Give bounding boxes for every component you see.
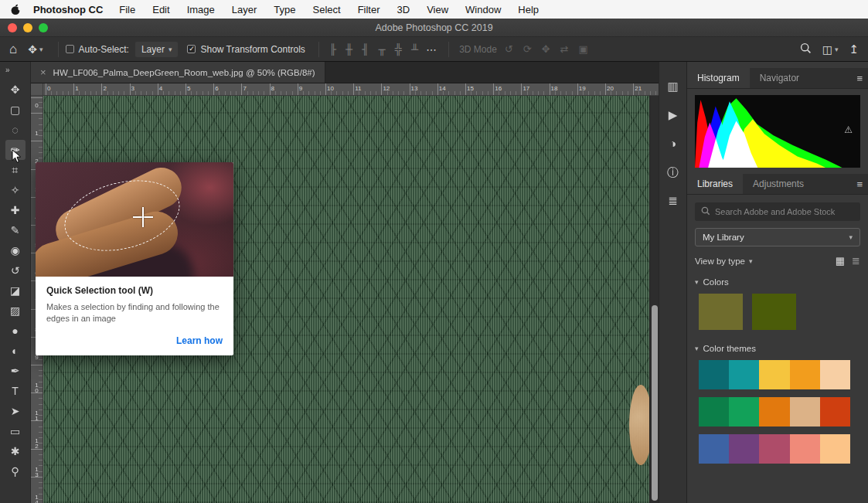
lasso-tool[interactable]: ◌ xyxy=(5,120,26,140)
dodge-tool[interactable]: ◐ xyxy=(5,341,26,361)
libraries-search-input[interactable]: Search Adobe and Adobe Stock xyxy=(695,202,860,221)
current-tool-preset[interactable]: ✥ ▾ xyxy=(28,43,43,56)
color-theme-swatch[interactable] xyxy=(759,397,789,427)
align-vertical-center-icon[interactable]: ╬ xyxy=(395,43,402,55)
color-theme-swatch[interactable] xyxy=(820,397,850,427)
workspace-switcher[interactable]: ◫ ▾ xyxy=(822,43,839,56)
3d-orbit-icon: ↺ xyxy=(505,43,513,55)
zoom-tool[interactable]: ⚲ xyxy=(5,461,26,481)
minimize-window-button[interactable] xyxy=(23,23,32,32)
gradient-tool[interactable]: ▨ xyxy=(5,301,26,321)
menu-select[interactable]: Select xyxy=(304,4,349,15)
3d-zoom-icon: ▣ xyxy=(579,43,588,55)
document-tab[interactable]: × HW_LF006_Palma_DeepGreen_Room_web.jpg … xyxy=(31,62,325,83)
color-theme-swatch[interactable] xyxy=(820,434,850,464)
home-icon[interactable]: ⌂ xyxy=(9,42,17,57)
align-left-icon[interactable]: ╟ xyxy=(329,43,336,55)
tool-list: ✥▢◌✏⌗✧✚✎◉↺◪▨●◐✒T➤▭✱⚲ xyxy=(0,77,30,481)
hand-tool[interactable]: ✱ xyxy=(5,441,26,461)
rectangle-tool[interactable]: ▭ xyxy=(5,421,26,441)
clone-stamp-tool[interactable]: ◉ xyxy=(5,240,26,260)
path-selection-tool[interactable]: ➤ xyxy=(5,401,26,421)
menu-window[interactable]: Window xyxy=(457,4,509,15)
eraser-tool[interactable]: ◪ xyxy=(5,280,26,301)
menu-image[interactable]: Image xyxy=(179,4,223,15)
align-top-icon[interactable]: ╥ xyxy=(379,43,386,55)
list-view-icon[interactable]: ≣ xyxy=(852,255,860,267)
zoom-window-button[interactable] xyxy=(39,23,48,32)
menu-edit[interactable]: Edit xyxy=(144,4,178,15)
vertical-scrollbar[interactable] xyxy=(649,96,659,503)
colors-section-header[interactable]: ▾ Colors xyxy=(695,277,860,287)
align-horizontal-center-icon[interactable]: ╫ xyxy=(345,43,352,55)
brush-tool[interactable]: ✎ xyxy=(5,220,26,240)
menu-type[interactable]: Type xyxy=(265,4,304,15)
close-window-button[interactable] xyxy=(8,23,17,32)
menu-filter[interactable]: Filter xyxy=(349,4,389,15)
auto-select-label: Auto-Select: xyxy=(79,44,129,55)
tab-navigator[interactable]: Navigator xyxy=(750,68,809,88)
share-icon[interactable]: ↥ xyxy=(849,42,859,56)
close-icon[interactable]: × xyxy=(40,66,46,78)
warning-icon[interactable]: ⚠ xyxy=(844,124,853,135)
eyedropper-tool[interactable]: ✧ xyxy=(5,180,26,200)
more-options-icon[interactable]: ⋯ xyxy=(426,43,437,56)
color-theme-swatch[interactable] xyxy=(759,434,789,464)
menu-file[interactable]: File xyxy=(111,4,144,15)
color-theme-swatch[interactable] xyxy=(729,360,759,389)
apple-menu-icon[interactable] xyxy=(11,4,21,15)
app-menu-photoshop[interactable]: Photoshop CC xyxy=(26,4,111,15)
tooltip-body: Quick Selection tool (W) Makes a selecti… xyxy=(36,277,233,355)
panel-menu-icon[interactable]: ≡ xyxy=(856,178,863,190)
properties-panel-icon[interactable]: ▥ xyxy=(667,80,678,93)
tab-libraries[interactable]: Libraries xyxy=(687,174,743,194)
color-theme-swatch[interactable] xyxy=(699,397,729,427)
color-theme-swatch[interactable] xyxy=(820,360,850,389)
align-bottom-icon[interactable]: ╨ xyxy=(411,43,418,55)
search-icon[interactable] xyxy=(800,42,812,56)
move-tool[interactable]: ✥ xyxy=(5,80,26,100)
chevron-down-icon: ▾ xyxy=(749,257,753,265)
color-theme-swatch[interactable] xyxy=(790,360,820,389)
grid-view-icon[interactable]: ▦ xyxy=(836,255,845,267)
ruler-number: 1 0 xyxy=(31,382,43,393)
auto-select-target-dropdown[interactable]: Layer ▾ xyxy=(135,42,179,57)
library-select-dropdown[interactable]: My Library ▾ xyxy=(695,228,860,246)
adjustments-panel-icon[interactable]: ◑ xyxy=(669,138,676,150)
tab-adjustments[interactable]: Adjustments xyxy=(743,174,814,194)
color-theme-swatch[interactable] xyxy=(790,434,820,464)
color-swatch[interactable] xyxy=(699,294,743,330)
menu-3d[interactable]: 3D xyxy=(389,4,419,15)
view-by-label[interactable]: View by type xyxy=(695,257,745,266)
history-brush-tool[interactable]: ↺ xyxy=(5,260,26,280)
rectangular-marquee-tool[interactable]: ▢ xyxy=(5,100,26,120)
color-theme-swatch[interactable] xyxy=(699,434,729,464)
ruler-origin[interactable] xyxy=(31,83,43,96)
collapse-tools-icon[interactable]: » xyxy=(0,62,30,77)
menu-layer[interactable]: Layer xyxy=(223,4,266,15)
color-theme-swatch[interactable] xyxy=(790,397,820,427)
type-tool[interactable]: T xyxy=(5,381,26,401)
menu-help[interactable]: Help xyxy=(509,4,547,15)
color-theme-swatch[interactable] xyxy=(729,434,759,464)
tab-histogram[interactable]: Histogram xyxy=(687,68,750,88)
window-controls xyxy=(8,23,48,32)
learn-how-link[interactable]: Learn how xyxy=(46,335,223,346)
actions-play-icon[interactable]: ▶ xyxy=(669,109,678,121)
panel-menu-icon[interactable]: ≡ xyxy=(856,73,863,84)
show-transform-checkbox[interactable]: ✓ xyxy=(187,45,196,53)
color-theme-swatch[interactable] xyxy=(729,397,759,427)
color-theme-swatch[interactable] xyxy=(759,360,789,389)
color-themes-section-header[interactable]: ▾ Color themes xyxy=(695,344,860,353)
auto-select-checkbox[interactable] xyxy=(66,45,74,53)
align-right-icon[interactable]: ╢ xyxy=(362,43,369,55)
color-swatch[interactable] xyxy=(752,294,796,330)
menu-view[interactable]: View xyxy=(418,4,457,15)
blur-tool[interactable]: ● xyxy=(5,321,26,341)
scrollbar-thumb[interactable] xyxy=(652,305,658,501)
spot-healing-brush-tool[interactable]: ✚ xyxy=(5,200,26,220)
info-panel-icon[interactable]: ⓘ xyxy=(667,166,679,178)
character-panel-icon[interactable]: ≣ xyxy=(668,195,678,207)
color-theme-swatch[interactable] xyxy=(699,360,729,389)
pen-tool[interactable]: ✒ xyxy=(5,361,26,381)
